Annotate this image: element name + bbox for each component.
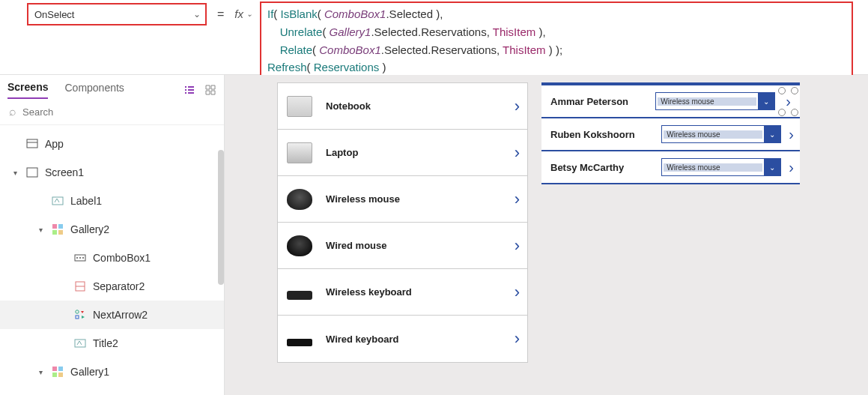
svg-point-14: [76, 310, 79, 313]
selection-handle[interactable]: [778, 87, 786, 94]
tree-node-label: Separator2: [93, 280, 145, 292]
caret-icon[interactable]: ▾: [39, 226, 49, 234]
selection-handle[interactable]: [791, 109, 798, 116]
chevron-down-icon[interactable]: ⌄: [764, 126, 780, 142]
formula-input[interactable]: If( IsBlank( ComboBox1.Selected ), Unrel…: [260, 1, 853, 82]
gallery-icon: [49, 223, 66, 236]
gallery1-label: Wired mouse: [326, 240, 515, 251]
tree-node[interactable]: ComboBox1: [0, 244, 224, 272]
app-canvas: Notebook›Laptop›Wireless mouse›Wired mou…: [225, 75, 868, 395]
gallery1-row[interactable]: Wired keyboard›: [278, 316, 527, 362]
gallery1-row[interactable]: Wired mouse›: [278, 223, 527, 269]
svg-rect-7: [58, 230, 63, 235]
gallery1-row[interactable]: Wireless keyboard›: [278, 269, 527, 316]
fx-text: fx: [234, 7, 243, 20]
chevron-right-icon[interactable]: ›: [515, 329, 520, 349]
chevron-down-icon: ⌄: [246, 10, 252, 18]
svg-rect-5: [58, 224, 63, 229]
screen-icon: [24, 166, 40, 179]
tree-node-label: NextArrow2: [93, 309, 148, 321]
product-image: [287, 96, 312, 117]
gallery1-row[interactable]: Wireless mouse›: [278, 176, 527, 223]
chevron-down-icon[interactable]: ⌄: [764, 159, 780, 175]
chevron-right-icon[interactable]: ›: [515, 236, 520, 256]
selection-handle[interactable]: [778, 109, 786, 116]
chevron-right-icon[interactable]: ›: [515, 190, 520, 209]
tree-node[interactable]: App: [0, 130, 224, 158]
gallery1-row[interactable]: Notebook›: [278, 83, 527, 130]
svg-rect-3: [52, 197, 63, 205]
chevron-right-icon[interactable]: ›: [515, 143, 520, 163]
gallery2[interactable]: Ammar PetersonWireless mouse⌄›Ruben Koks…: [541, 85, 800, 184]
tree-list-icon[interactable]: [183, 84, 195, 96]
svg-point-10: [79, 257, 81, 259]
gallery-icon: [49, 365, 66, 379]
combobox[interactable]: Wireless mouse⌄: [661, 125, 781, 143]
svg-point-9: [76, 257, 78, 259]
gallery2-row[interactable]: Ruben KokshoornWireless mouse⌄›: [541, 118, 800, 151]
chevron-right-icon[interactable]: ›: [789, 159, 794, 176]
main-area: Screens Components ⌕ App▾Screen1Label1▾G…: [0, 75, 868, 395]
gallery1-label: Laptop: [326, 147, 515, 158]
search-input[interactable]: [22, 106, 215, 118]
tree-node-label: Label1: [70, 195, 102, 207]
svg-rect-17: [52, 367, 57, 371]
tab-screens[interactable]: Screens: [7, 81, 48, 99]
chevron-right-icon[interactable]: ›: [515, 283, 520, 302]
tree-panel: Screens Components ⌕ App▾Screen1Label1▾G…: [0, 75, 225, 395]
tree-node[interactable]: ▾Gallery1: [0, 358, 224, 385]
chevron-right-icon[interactable]: ›: [789, 126, 794, 143]
tree-search-row: ⌕: [0, 99, 224, 125]
label-icon: [49, 194, 66, 208]
tree-tabs: Screens Components: [0, 75, 224, 99]
caret-icon[interactable]: ▾: [39, 368, 49, 376]
tree-node[interactable]: Title2: [0, 329, 224, 358]
gallery2-row[interactable]: Ammar PetersonWireless mouse⌄›: [541, 85, 800, 118]
tree-node[interactable]: NextArrow2: [0, 301, 224, 329]
next-arrow-selected: ›: [783, 91, 794, 112]
product-image: [287, 142, 312, 163]
property-dropdown[interactable]: OnSelect ⌄: [27, 3, 207, 25]
tree-grid-icon[interactable]: [204, 84, 216, 96]
scrollbar-thumb[interactable]: [218, 150, 224, 285]
product-image: [287, 235, 312, 256]
gallery1-row[interactable]: Laptop›: [278, 130, 527, 176]
tree-node-label: Gallery2: [70, 223, 109, 235]
tree-node[interactable]: ▾Gallery2: [0, 215, 224, 244]
fx-label[interactable]: fx ⌄: [234, 7, 252, 20]
tree-node[interactable]: Label1: [0, 187, 224, 215]
gallery2-row[interactable]: Betsy McCarthyWireless mouse⌄›: [541, 151, 800, 184]
svg-point-11: [82, 257, 84, 259]
combobox-value: Wireless mouse: [664, 130, 762, 139]
gallery1-label: Notebook: [326, 100, 515, 112]
svg-rect-18: [58, 367, 63, 371]
chevron-down-icon[interactable]: ⌄: [758, 93, 774, 109]
product-image: [287, 291, 312, 300]
gallery1-label: Wireless keyboard: [326, 286, 515, 298]
svg-rect-4: [52, 224, 57, 229]
control-tree: App▾Screen1Label1▾Gallery2ComboBox1Separ…: [0, 125, 224, 385]
tab-components[interactable]: Components: [64, 82, 124, 98]
formula-bar: OnSelect ⌄ = fx ⌄ If( IsBlank( ComboBox1…: [0, 0, 868, 75]
chevron-right-icon[interactable]: ›: [786, 93, 791, 110]
selection-handle[interactable]: [791, 87, 798, 94]
svg-rect-16: [75, 340, 85, 347]
gallery2-wrap: Ammar PetersonWireless mouse⌄›Ruben Koks…: [541, 82, 800, 184]
svg-rect-19: [52, 373, 57, 377]
combobox-value: Wireless mouse: [664, 163, 762, 172]
caret-icon[interactable]: ▾: [13, 169, 24, 177]
combobox[interactable]: Wireless mouse⌄: [655, 92, 775, 110]
combobox[interactable]: Wireless mouse⌄: [661, 158, 781, 176]
svg-rect-0: [27, 139, 37, 148]
product-image: [287, 339, 312, 346]
person-name: Ammar Peterson: [550, 96, 648, 107]
app-icon: [24, 137, 40, 151]
gallery1[interactable]: Notebook›Laptop›Wireless mouse›Wired mou…: [277, 82, 528, 363]
tree-node[interactable]: ▾Screen1: [0, 158, 224, 187]
tree-node[interactable]: Separator2: [0, 272, 224, 301]
sep-icon: [72, 280, 88, 293]
next-arrow-wrap: ›: [789, 159, 794, 176]
tree-tools: [183, 84, 216, 96]
next-arrow-wrap: ›: [789, 126, 794, 143]
chevron-right-icon[interactable]: ›: [515, 97, 520, 116]
